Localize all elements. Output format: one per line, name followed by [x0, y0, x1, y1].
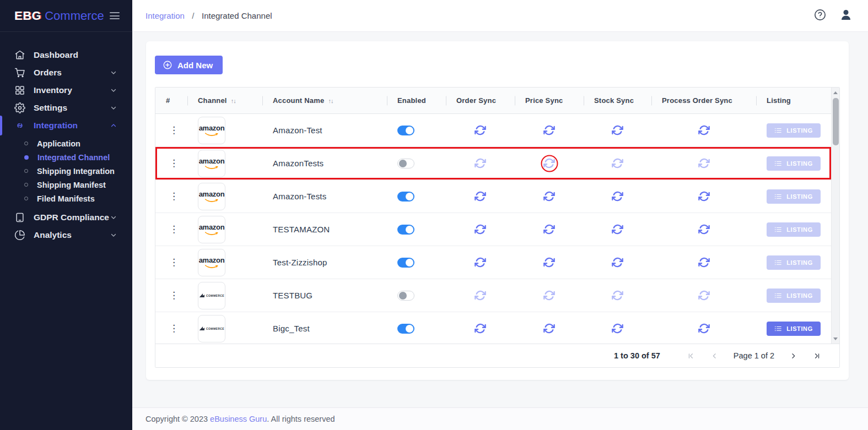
stock-sync-icon[interactable] [612, 257, 623, 268]
stock-sync-icon[interactable] [612, 323, 623, 334]
sidebar-subitem-filed-manifests[interactable]: Filed Manifests [0, 192, 132, 205]
order-sync-icon[interactable] [475, 224, 486, 235]
sidebar-item-gdpr-compliance[interactable]: GDPR Compliance [0, 209, 132, 226]
list-icon [774, 127, 782, 134]
prev-page-icon[interactable] [710, 352, 719, 360]
price-sync-icon[interactable] [543, 257, 555, 268]
row-menu-icon[interactable]: ⋮ [166, 222, 182, 236]
scrollbar-thumb[interactable] [833, 98, 839, 145]
price-sync-cell [515, 147, 584, 179]
stock-sync-icon[interactable] [612, 157, 623, 169]
listing-button[interactable]: LISTING [767, 123, 821, 138]
enabled-toggle[interactable] [397, 192, 414, 202]
stock-sync-icon[interactable] [612, 290, 623, 301]
row-menu-icon[interactable]: ⋮ [166, 156, 182, 170]
price-sync-icon[interactable] [543, 290, 555, 301]
process-order-sync-icon[interactable] [698, 124, 710, 136]
table-scrollbar[interactable] [831, 88, 839, 344]
stock-sync-cell [584, 180, 651, 213]
process-order-sync-icon[interactable] [698, 190, 710, 202]
enabled-toggle[interactable] [397, 225, 414, 235]
sidebar-subitem-label: Filed Manifests [37, 194, 95, 203]
ebusiness-guru-link[interactable]: eBusiness Guru [210, 415, 267, 423]
enabled-toggle[interactable] [397, 126, 414, 135]
stock-sync-icon[interactable] [612, 224, 623, 235]
order-sync-icon[interactable] [475, 124, 486, 136]
col-header-process-order-sync: Process Order Sync [651, 88, 756, 113]
chevron-down-icon [110, 69, 117, 76]
sidebar-item-inventory[interactable]: Inventory [0, 81, 132, 99]
price-sync-icon[interactable] [543, 190, 555, 202]
sidebar-subitem-shipping-manifest[interactable]: Shipping Manifest [0, 178, 132, 192]
last-page-icon[interactable] [812, 352, 821, 360]
order-sync-cell [446, 114, 515, 146]
listing-button[interactable]: LISTING [767, 189, 821, 204]
process-order-sync-icon[interactable] [698, 157, 710, 169]
list-icon [774, 226, 782, 233]
sidebar-item-orders[interactable]: Orders [0, 64, 132, 81]
price-sync-icon[interactable] [543, 323, 555, 334]
help-icon[interactable] [814, 9, 826, 23]
hamburger-icon[interactable] [110, 12, 120, 19]
col-header-account-name[interactable]: Account Name↑↓ [262, 88, 387, 113]
scroll-down-icon[interactable] [832, 335, 839, 343]
row-menu-icon[interactable]: ⋮ [166, 255, 182, 269]
process-order-sync-icon[interactable] [698, 290, 710, 301]
order-sync-icon[interactable] [475, 290, 486, 301]
sidebar-subitem-integrated-channel[interactable]: Integrated Channel [0, 150, 132, 164]
sidebar-item-analytics[interactable]: Analytics [0, 226, 132, 244]
process-order-sync-icon[interactable] [698, 323, 710, 334]
price-sync-icon[interactable] [543, 224, 555, 235]
account-name-cell: Test-Zizzishop [262, 246, 387, 279]
row-menu-icon[interactable]: ⋮ [166, 123, 182, 137]
enabled-toggle[interactable] [397, 159, 414, 168]
col-header-channel[interactable]: Channel↑↓ [187, 88, 262, 113]
listing-button[interactable]: LISTING [767, 156, 821, 171]
stock-sync-icon[interactable] [612, 190, 623, 202]
sidebar-item-settings[interactable]: Settings [0, 99, 132, 117]
enabled-cell [387, 213, 446, 246]
listing-button[interactable]: LISTING [767, 289, 821, 303]
order-sync-icon[interactable] [475, 257, 486, 268]
process-order-sync-icon[interactable] [698, 257, 710, 268]
first-page-icon[interactable] [687, 352, 696, 360]
order-sync-icon[interactable] [475, 323, 486, 334]
col-header-stock-sync: Stock Sync [584, 88, 651, 113]
order-sync-icon[interactable] [475, 157, 486, 169]
order-sync-icon[interactable] [475, 190, 486, 202]
scroll-up-icon[interactable] [832, 89, 839, 97]
sort-icon[interactable]: ↑↓ [231, 97, 236, 104]
row-menu-icon[interactable]: ⋮ [166, 322, 182, 335]
price-sync-cell [515, 213, 584, 246]
listing-button[interactable]: LISTING [767, 222, 821, 237]
sidebar-subitem-shipping-integration[interactable]: Shipping Integration [0, 164, 132, 178]
next-page-icon[interactable] [789, 352, 797, 360]
row-index-cell: ⋮ [155, 279, 187, 312]
col-header-listing: Listing [756, 88, 831, 113]
list-icon [774, 259, 782, 266]
row-menu-icon[interactable]: ⋮ [166, 289, 182, 302]
user-avatar-icon[interactable] [839, 8, 853, 24]
enabled-toggle[interactable] [397, 258, 414, 268]
listing-button[interactable]: LISTING [767, 322, 821, 336]
sort-icon[interactable]: ↑↓ [328, 97, 333, 104]
process-order-sync-icon[interactable] [698, 224, 710, 235]
price-sync-icon[interactable] [543, 124, 555, 136]
listing-button-label: LISTING [786, 160, 813, 167]
sidebar-subitem-application[interactable]: Application [0, 137, 132, 150]
sidebar-item-integration[interactable]: Integration [0, 117, 132, 134]
breadcrumb-separator: / [192, 11, 194, 20]
add-new-button[interactable]: Add New [155, 56, 223, 74]
row-menu-icon[interactable]: ⋮ [166, 189, 182, 203]
breadcrumb-parent-link[interactable]: Integration [145, 11, 185, 20]
row-index-cell: ⋮ [155, 147, 187, 179]
integration-submenu: Application Integrated Channel Shipping … [0, 134, 132, 209]
listing-button[interactable]: LISTING [767, 255, 821, 270]
price-sync-icon[interactable] [543, 157, 555, 169]
sidebar-item-dashboard[interactable]: Dashboard [0, 46, 132, 64]
enabled-toggle[interactable] [397, 291, 414, 301]
stock-sync-icon[interactable] [612, 124, 623, 136]
enabled-toggle[interactable] [397, 324, 414, 334]
tablet-icon [14, 212, 25, 223]
listing-cell: LISTING [756, 147, 831, 179]
